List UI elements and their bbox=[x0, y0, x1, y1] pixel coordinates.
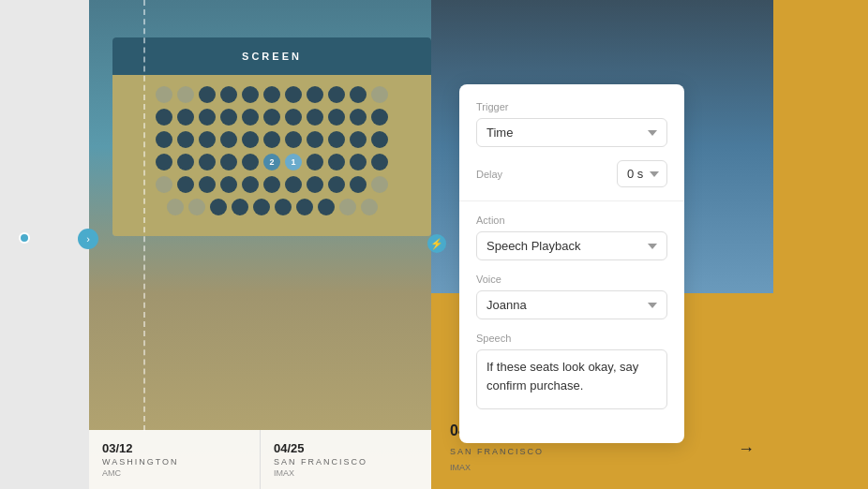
seat[interactable] bbox=[318, 199, 335, 215]
seat[interactable] bbox=[220, 109, 237, 126]
seat[interactable] bbox=[307, 154, 323, 170]
bottom-city-right: SAN FRANCISCO bbox=[274, 457, 418, 467]
trigger-select[interactable]: Time bbox=[476, 118, 667, 147]
action-section: Action Speech Playback bbox=[476, 215, 667, 260]
seat[interactable] bbox=[339, 199, 356, 215]
seat[interactable] bbox=[328, 131, 345, 148]
seat-row bbox=[127, 86, 416, 103]
action-label: Action bbox=[476, 215, 667, 226]
seat[interactable] bbox=[263, 131, 280, 148]
seat-selected-1[interactable]: 1 bbox=[285, 154, 302, 170]
seat[interactable] bbox=[177, 86, 194, 103]
speech-textarea[interactable] bbox=[476, 349, 667, 409]
voice-label: Voice bbox=[476, 274, 667, 285]
right-city: SAN FRANCISCO bbox=[450, 447, 544, 456]
seat[interactable] bbox=[285, 86, 302, 103]
divider bbox=[459, 200, 684, 201]
delay-section: Delay 0 s bbox=[476, 160, 667, 187]
seat[interactable] bbox=[156, 109, 172, 126]
seat[interactable] bbox=[296, 199, 313, 215]
speech-label: Speech bbox=[476, 333, 667, 344]
seat[interactable] bbox=[328, 154, 345, 170]
seat[interactable] bbox=[156, 154, 172, 170]
seat[interactable] bbox=[263, 109, 280, 126]
seat[interactable] bbox=[199, 154, 216, 170]
seat[interactable] bbox=[328, 109, 345, 126]
trigger-section: Trigger Time bbox=[476, 101, 667, 147]
seat[interactable] bbox=[177, 109, 194, 126]
delay-label: Delay bbox=[476, 169, 502, 180]
seat[interactable] bbox=[242, 131, 259, 148]
nav-arrow-right[interactable]: › bbox=[78, 229, 98, 249]
bottom-date-right: 04/25 bbox=[274, 441, 418, 455]
seat[interactable] bbox=[307, 131, 323, 148]
seat[interactable] bbox=[242, 86, 259, 103]
seat[interactable] bbox=[242, 109, 259, 126]
trigger-label: Trigger bbox=[476, 101, 667, 112]
seat[interactable] bbox=[307, 176, 323, 193]
seat[interactable] bbox=[199, 131, 216, 148]
seat-row bbox=[127, 199, 416, 215]
bg-far-right-panel bbox=[773, 0, 868, 489]
seat[interactable] bbox=[199, 109, 216, 126]
delay-select[interactable]: 0 s bbox=[617, 160, 667, 187]
seat[interactable] bbox=[220, 154, 237, 170]
seat-selected-2[interactable]: 2 bbox=[263, 154, 280, 170]
seat[interactable] bbox=[210, 199, 227, 215]
seat[interactable] bbox=[199, 176, 216, 193]
seat[interactable] bbox=[263, 86, 280, 103]
seat[interactable] bbox=[275, 199, 292, 215]
cinema-overlay: SCREEN bbox=[112, 37, 431, 236]
seat[interactable] bbox=[263, 176, 280, 193]
cinema-screen-label: SCREEN bbox=[112, 37, 431, 75]
seat[interactable] bbox=[156, 86, 172, 103]
seat[interactable] bbox=[156, 131, 172, 148]
seat[interactable] bbox=[371, 109, 388, 126]
bottom-item-left[interactable]: 03/12 WASHINGTON AMC bbox=[89, 430, 261, 489]
seat[interactable] bbox=[177, 176, 194, 193]
seat-row bbox=[127, 131, 416, 148]
speech-section: Speech bbox=[476, 333, 667, 413]
right-type: IMAX bbox=[450, 463, 755, 472]
seat[interactable] bbox=[220, 131, 237, 148]
voice-section: Voice Joanna bbox=[476, 274, 667, 319]
seat[interactable] bbox=[242, 176, 259, 193]
seat[interactable] bbox=[156, 176, 172, 193]
seat[interactable] bbox=[371, 154, 388, 170]
bg-left-panel bbox=[0, 0, 89, 489]
seat-row: 2 1 bbox=[127, 154, 416, 170]
seat[interactable] bbox=[188, 199, 205, 215]
seat[interactable] bbox=[285, 109, 302, 126]
seat[interactable] bbox=[285, 176, 302, 193]
seat[interactable] bbox=[307, 109, 323, 126]
seat[interactable] bbox=[328, 176, 345, 193]
seat[interactable] bbox=[167, 199, 184, 215]
seat[interactable] bbox=[177, 154, 194, 170]
action-select[interactable]: Speech Playback bbox=[476, 231, 667, 260]
seat[interactable] bbox=[350, 86, 367, 103]
seat[interactable] bbox=[253, 199, 270, 215]
seat[interactable] bbox=[177, 131, 194, 148]
seat[interactable] bbox=[199, 86, 216, 103]
seat[interactable] bbox=[285, 131, 302, 148]
lightning-icon[interactable]: ⚡ bbox=[427, 234, 446, 253]
seat[interactable] bbox=[350, 109, 367, 126]
seat[interactable] bbox=[328, 86, 345, 103]
seat[interactable] bbox=[307, 86, 323, 103]
seat[interactable] bbox=[232, 199, 248, 215]
bottom-item-right[interactable]: 04/25 SAN FRANCISCO IMAX bbox=[261, 430, 431, 489]
seat[interactable] bbox=[350, 131, 367, 148]
seat[interactable] bbox=[220, 86, 237, 103]
seat[interactable] bbox=[371, 131, 388, 148]
seat[interactable] bbox=[361, 199, 378, 215]
seat[interactable] bbox=[371, 176, 388, 193]
nav-dot-left bbox=[19, 232, 30, 244]
seat[interactable] bbox=[350, 176, 367, 193]
seat[interactable] bbox=[350, 154, 367, 170]
voice-select[interactable]: Joanna bbox=[476, 290, 667, 319]
seat[interactable] bbox=[220, 176, 237, 193]
seat[interactable] bbox=[371, 86, 388, 103]
action-panel-card: Trigger Time Delay 0 s Action Speech Pla… bbox=[459, 84, 684, 443]
bottom-type-right: IMAX bbox=[274, 468, 418, 478]
seat[interactable] bbox=[242, 154, 259, 170]
